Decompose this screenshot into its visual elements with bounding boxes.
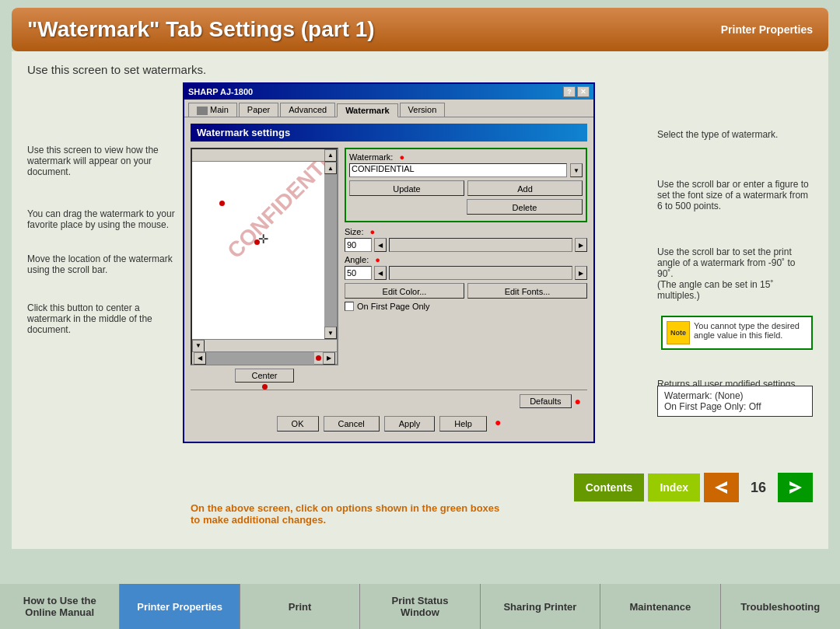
help-titlebar-btn[interactable]: ? xyxy=(563,86,576,97)
tab-how-to-use[interactable]: How to Use the Online Manual xyxy=(0,584,120,629)
tab-paper[interactable]: Paper xyxy=(239,103,278,117)
vscroll-down[interactable]: ▼ xyxy=(324,327,337,339)
vscroll-track xyxy=(324,174,337,327)
tab-printer-properties[interactable]: Printer Properties xyxy=(120,584,240,629)
tab-advanced[interactable]: Advanced xyxy=(280,103,335,117)
angle-row: ◀ ▶ xyxy=(345,266,587,280)
tab-print[interactable]: Print xyxy=(240,584,360,629)
annotation-center: Click this button to center a watermark … xyxy=(27,302,175,335)
hscroll-track xyxy=(206,352,314,365)
instructions-line1: On the above screen, click on options sh… xyxy=(191,502,579,514)
size-slider[interactable] xyxy=(389,238,572,252)
back-button[interactable] xyxy=(704,473,739,502)
angle-right-arr[interactable]: ▶ xyxy=(575,266,587,280)
tab-maintenance[interactable]: Maintenance xyxy=(600,584,720,629)
edit-color-button[interactable]: Edit Color... xyxy=(345,283,464,299)
tab-troubleshooting[interactable]: Troubleshooting xyxy=(721,584,840,629)
vscroll-up[interactable]: ▲ xyxy=(324,162,337,174)
watermark-select[interactable]: CONFIDENTIAL xyxy=(349,163,567,177)
size-right-arr[interactable]: ▶ xyxy=(575,238,587,252)
cancel-button[interactable]: Cancel xyxy=(324,416,380,432)
cursor-icon: ✛ xyxy=(258,232,268,246)
svg-marker-1 xyxy=(789,481,802,494)
angle-input[interactable] xyxy=(345,266,372,280)
preview-scroll-bottom: ▼ xyxy=(192,339,337,351)
dot-defaults: ● xyxy=(575,395,581,407)
titlebar-controls: ? ✕ xyxy=(563,86,590,97)
annotation-preview: Use this screen to view how the watermar… xyxy=(27,145,175,177)
forward-arrow-icon xyxy=(786,478,805,497)
preview-content: CONFIDENTIAL ✛ ▲ ▼ xyxy=(192,162,337,339)
watermark-label: Watermark: ● xyxy=(349,152,583,162)
dialog-defaults-bar: Defaults ● xyxy=(191,390,587,412)
first-page-checkbox[interactable] xyxy=(345,302,354,311)
green-instructions: On the above screen, click on options sh… xyxy=(191,502,579,526)
contents-button[interactable]: Contents xyxy=(574,473,645,501)
forward-button[interactable] xyxy=(778,473,813,502)
intro-text: Use this screen to set watermarks. xyxy=(27,63,813,76)
tab-sharing-printer[interactable]: Sharing Printer xyxy=(481,584,600,629)
center-button[interactable]: Center xyxy=(235,369,293,383)
dot-help: ● xyxy=(495,416,501,432)
watermark-dropdown-box: Watermark: ● CONFIDENTIAL ▼ Update xyxy=(345,148,587,222)
update-button[interactable]: Update xyxy=(349,180,464,196)
size-row: ◀ ▶ xyxy=(345,238,587,252)
back-arrow-icon xyxy=(712,478,730,497)
hscroll-left[interactable]: ◀ xyxy=(194,352,206,365)
instructions-line2: to make additional changes. xyxy=(191,514,579,526)
hscroll-right[interactable]: ▶ xyxy=(323,352,335,365)
apply-button[interactable]: Apply xyxy=(384,416,436,432)
size-section: Size: ● ◀ ▶ xyxy=(345,227,587,252)
watermark-dropdown-btn[interactable]: ▼ xyxy=(570,163,583,177)
dot-marker-2 xyxy=(254,239,260,245)
defaults-button[interactable]: Defaults xyxy=(520,394,571,408)
nav-buttons: Contents Index 16 xyxy=(574,473,813,502)
page-number: 16 xyxy=(743,480,774,496)
ok-button[interactable]: OK xyxy=(277,416,319,432)
preview-panel: ▲ CONFIDENTIAL ✛ ▲ xyxy=(191,148,338,365)
scroll-down-arrow[interactable]: ▼ xyxy=(192,340,205,352)
close-titlebar-btn[interactable]: ✕ xyxy=(577,86,590,97)
angle-section: Angle: ● ◀ ▶ xyxy=(345,255,587,280)
settings-panel: Watermark: ● CONFIDENTIAL ▼ Update xyxy=(345,148,587,390)
delete-button[interactable]: Delete xyxy=(467,199,583,215)
defaults-line2: On First Page Only: Off xyxy=(664,401,806,412)
delete-row: Delete xyxy=(349,199,583,215)
dialog-ok-bar: OK Cancel Apply Help ● xyxy=(191,412,587,435)
angle-left-arr[interactable]: ◀ xyxy=(374,266,387,280)
bottom-tabbar: How to Use the Online Manual Printer Pro… xyxy=(0,584,840,629)
tab-main[interactable]: Main xyxy=(188,103,237,117)
annotation-type: Select the type of watermark. xyxy=(657,129,813,140)
defaults-box: Watermark: (None) On First Page Only: Of… xyxy=(657,386,813,417)
scroll-up-arrow[interactable]: ▲ xyxy=(324,149,337,162)
main-tab-icon xyxy=(197,107,208,115)
size-input[interactable] xyxy=(345,238,372,252)
tab-watermark[interactable]: Watermark xyxy=(337,103,397,117)
tab-version[interactable]: Version xyxy=(400,103,446,117)
defaults-line1: Watermark: (None) xyxy=(664,390,806,401)
dialog-inner: ▲ CONFIDENTIAL ✛ ▲ xyxy=(191,148,587,390)
index-button[interactable]: Index xyxy=(648,473,700,501)
angle-label: Angle: ● xyxy=(345,255,587,264)
size-left-arr[interactable]: ◀ xyxy=(374,238,387,252)
add-button[interactable]: Add xyxy=(467,180,583,196)
angle-slider[interactable] xyxy=(389,266,572,280)
dialog-wrapper: SHARP AJ-1800 ? ✕ Main Paper Advanced Wa… xyxy=(183,82,595,443)
watermark-text-preview: CONFIDENTIAL xyxy=(222,162,337,264)
first-page-label: On First Page Only xyxy=(357,302,430,311)
size-label: Size: ● xyxy=(345,227,587,236)
page-title: "Watermark" Tab Settings (part 1) xyxy=(27,17,375,42)
dialog-title: SHARP AJ-1800 xyxy=(188,87,253,96)
page-header: "Watermark" Tab Settings (part 1) Printe… xyxy=(12,8,828,51)
note-icon: Note xyxy=(667,321,690,344)
edit-fonts-button[interactable]: Edit Fonts... xyxy=(467,283,587,299)
annotation-drag: You can drag the watermark to your favor… xyxy=(27,208,175,230)
help-button[interactable]: Help xyxy=(439,416,487,432)
annotation-angle: Use the scroll bar to set the print angl… xyxy=(657,246,813,301)
tab-print-status-window[interactable]: Print Status Window xyxy=(360,584,480,629)
preview-scroll-top: ▲ xyxy=(192,149,337,162)
watermark-settings-header: Watermark settings xyxy=(191,124,587,142)
edit-btn-row: Edit Color... Edit Fonts... xyxy=(345,283,587,299)
note-text: You cannot type the desired angle value … xyxy=(694,321,807,344)
preview-hscrollbar: ◀ ▶ xyxy=(192,351,337,364)
